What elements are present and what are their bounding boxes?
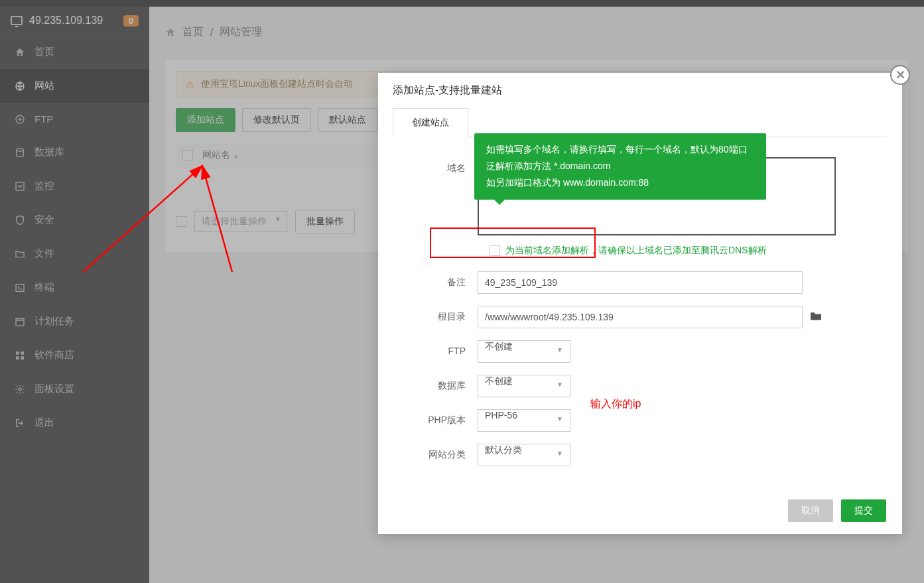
remark-input[interactable]	[478, 271, 803, 294]
db-select[interactable]: 不创建	[478, 375, 570, 397]
php-label: PHP版本	[418, 409, 478, 426]
ftp-label: FTP	[418, 340, 478, 356]
cancel-button[interactable]: 取消	[788, 499, 833, 522]
category-label: 网站分类	[418, 444, 478, 461]
root-input[interactable]	[478, 306, 803, 328]
submit-button[interactable]: 提交	[841, 499, 886, 522]
modal-title: 添加站点-支持批量建站	[378, 73, 902, 108]
annotation-text: 输入你的ip	[590, 397, 641, 411]
category-select[interactable]: 默认分类	[478, 444, 570, 466]
ftp-select[interactable]: 不创建	[478, 340, 570, 363]
root-label: 根目录	[418, 306, 478, 323]
domain-tooltip: 如需填写多个域名，请换行填写，每行一个域名，默认为80端口 泛解析添加方法 *.…	[474, 133, 766, 200]
close-button[interactable]: ✕	[890, 65, 910, 85]
domain-label: 域名	[418, 157, 478, 174]
remark-label: 备注	[418, 271, 478, 289]
browse-folder-icon[interactable]	[809, 310, 823, 324]
tab-create-site[interactable]: 创建站点	[393, 108, 468, 137]
dns-checkbox[interactable]	[490, 245, 500, 256]
dns-hint: 为当前域名添加解析，请确保以上域名已添加至腾讯云DNS解析	[505, 245, 767, 257]
add-site-modal: ✕ 添加站点-支持批量建站 创建站点 如需填写多个域名，请换行填写，每行一个域名…	[378, 73, 902, 534]
db-label: 数据库	[418, 375, 478, 392]
php-select[interactable]: PHP-56	[478, 409, 570, 432]
